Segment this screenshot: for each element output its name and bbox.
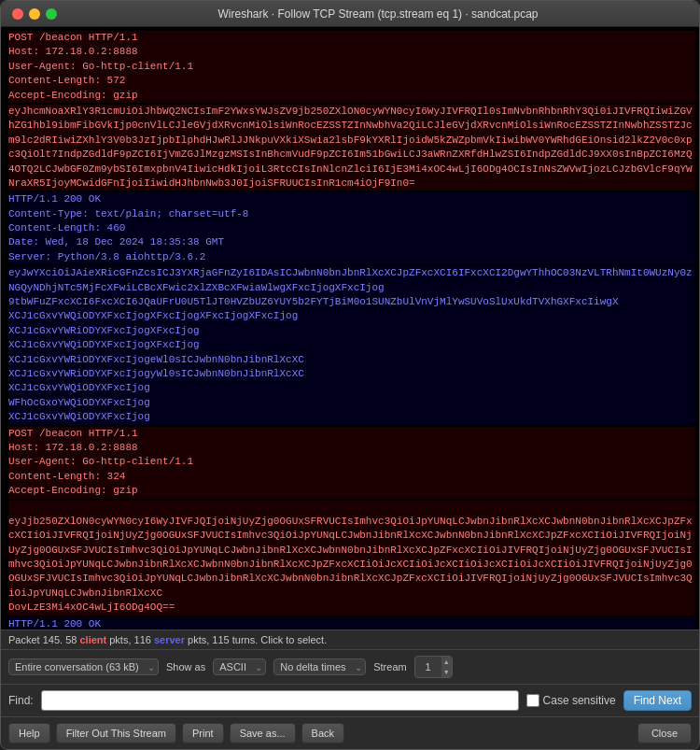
- content-area: POST /beacon HTTP/1.1 Host: 172.18.0.2:8…: [1, 27, 699, 749]
- help-button[interactable]: Help: [8, 723, 50, 743]
- stream-number-control: ▲ ▼: [414, 656, 453, 678]
- conversation-select-wrapper: Entire conversation (63 kB): [8, 658, 159, 675]
- packet-info-end: pkts, 115 turns. Click to select.: [185, 634, 327, 645]
- server-badge: server: [154, 634, 185, 645]
- stream-block-4: eyJwYXciOiJAieXRicGFnZcsICJ3YXRjaGFnZyI6…: [8, 266, 695, 424]
- delta-select-wrapper: No delta times: [273, 658, 366, 675]
- stream-display[interactable]: POST /beacon HTTP/1.1 Host: 172.18.0.2:8…: [1, 27, 699, 630]
- controls-row: Entire conversation (63 kB) Show as ASCI…: [1, 649, 699, 684]
- stream-number-input[interactable]: [415, 659, 441, 674]
- stream-label: Stream: [373, 661, 406, 672]
- stream-block-5: POST /beacon HTTP/1.1 Host: 172.18.0.2:8…: [8, 427, 695, 499]
- show-as-select[interactable]: ASCII: [213, 658, 266, 675]
- maximize-button[interactable]: [46, 8, 57, 20]
- client-badge: client: [79, 634, 106, 645]
- stream-number-down[interactable]: ▼: [441, 667, 452, 677]
- packet-info-bar: Packet 145. 58 client pkts, 116 server p…: [1, 630, 699, 649]
- stream-block-6: eyJjb250ZXlON0cyWYN0cyI6WyJIVFJQIjoiNjUy…: [8, 501, 695, 616]
- find-row: Find: Case sensitive Find Next: [1, 684, 699, 716]
- packet-info-middle: pkts, 116: [106, 634, 154, 645]
- delta-select[interactable]: No delta times: [273, 658, 366, 675]
- find-label: Find:: [8, 694, 34, 707]
- find-next-button[interactable]: Find Next: [623, 690, 692, 711]
- print-button[interactable]: Print: [182, 723, 224, 743]
- stream-block-3: HTTP/1.1 200 OK Content-Type: text/plain…: [8, 192, 695, 264]
- traffic-lights: [12, 8, 57, 20]
- case-sensitive-checkbox[interactable]: [526, 694, 539, 707]
- filter-out-button[interactable]: Filter Out This Stream: [56, 723, 176, 743]
- main-window: Wireshark · Follow TCP Stream (tcp.strea…: [0, 0, 700, 750]
- title-bar: Wireshark · Follow TCP Stream (tcp.strea…: [1, 1, 699, 27]
- conversation-select[interactable]: Entire conversation (63 kB): [8, 658, 159, 675]
- save-as-button[interactable]: Save as...: [230, 723, 296, 743]
- packet-info-text: Packet 145. 58: [8, 634, 79, 645]
- stream-block-1: POST /beacon HTTP/1.1 Host: 172.18.0.2:8…: [8, 31, 695, 103]
- stream-number-arrows: ▲ ▼: [441, 657, 452, 677]
- close-button[interactable]: Close: [637, 723, 692, 743]
- stream-block-2: eyJhcmNoaXRlY3R1cmUiOiJhbWQ2NCIsImF2YWxs…: [8, 105, 695, 191]
- minimize-button[interactable]: [29, 8, 40, 20]
- case-sensitive-wrapper: Case sensitive: [526, 694, 616, 707]
- find-input[interactable]: [41, 690, 519, 711]
- case-sensitive-label: Case sensitive: [543, 694, 616, 707]
- close-button[interactable]: [12, 8, 23, 20]
- stream-block-7: HTTP/1.1 200 OK Content-Type: text/plain…: [8, 617, 695, 630]
- back-button[interactable]: Back: [301, 723, 344, 743]
- show-as-label: Show as: [166, 661, 205, 672]
- stream-number-up[interactable]: ▲: [441, 657, 452, 667]
- show-as-select-wrapper: ASCII: [213, 658, 266, 675]
- window-title: Wireshark · Follow TCP Stream (tcp.strea…: [68, 7, 688, 21]
- buttons-row: Help Filter Out This Stream Print Save a…: [1, 716, 699, 749]
- buttons-left-group: Help Filter Out This Stream Print Save a…: [8, 723, 344, 743]
